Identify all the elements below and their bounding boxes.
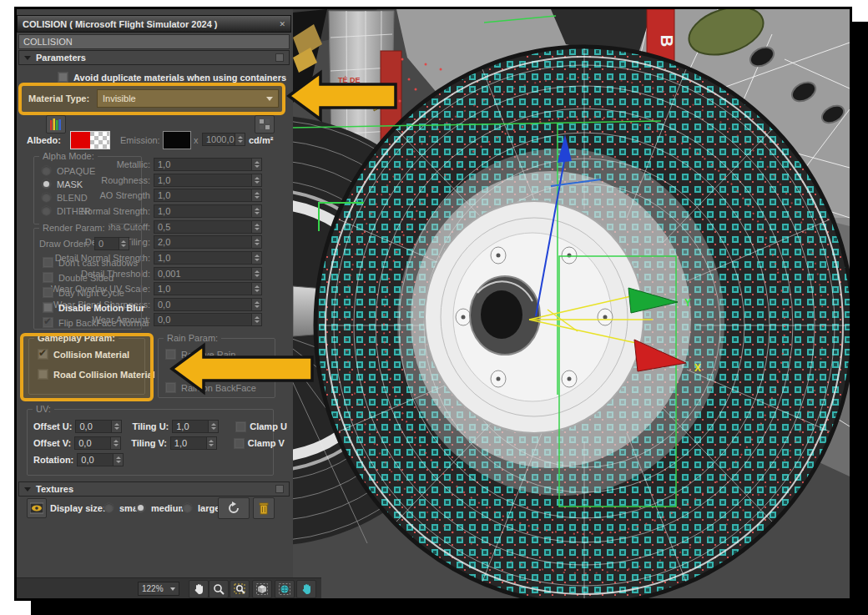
page: B TÉ DE QUAGE — [0, 0, 868, 615]
avoid-duplicate-row: Avoid duplicate materials when using con… — [58, 72, 286, 83]
strut-decal-text: TÉ DE — [338, 76, 361, 84]
clamp-v-checkbox[interactable] — [234, 438, 245, 449]
material-type-label: Material Type: — [28, 93, 89, 103]
display-small-radio[interactable] — [103, 502, 114, 513]
spinner-arrows-icon[interactable] — [251, 252, 261, 264]
rain-param-group: Rain Param: Receive Rain Rain on BackFac… — [158, 338, 275, 398]
display-large-radio[interactable] — [182, 502, 193, 513]
refresh-textures-button[interactable] — [218, 497, 250, 519]
param-row: Normal Strength:1,0 — [17, 204, 277, 218]
spinner-arrows-icon[interactable] — [110, 437, 120, 449]
dialog-titlebar[interactable]: COLISION ( Microsoft Flight Simulator 20… — [17, 15, 291, 33]
display-medium-radio[interactable] — [135, 502, 146, 513]
param-spinner[interactable]: 0,5 — [154, 220, 262, 234]
collision-material-checkbox[interactable] — [38, 349, 48, 360]
svg-text:Y: Y — [684, 297, 691, 309]
collapse-arrow-icon — [24, 56, 31, 60]
disable-motion-blur-checkbox[interactable] — [43, 302, 53, 313]
offset-v-spinner[interactable]: 0,0 — [74, 436, 121, 450]
spinner-arrows-icon[interactable] — [251, 189, 261, 201]
rotation-spinner[interactable]: 0,0 — [77, 453, 124, 466]
param-spinner[interactable]: 1,0 — [154, 251, 262, 265]
close-icon[interactable]: ✕ — [279, 20, 285, 28]
render-param-group: Render Param: Draw Order: 0 Don't cast s… — [33, 228, 142, 330]
main-tire — [315, 47, 850, 598]
spinner-arrows-icon[interactable] — [206, 437, 216, 449]
spinner-arrows-icon[interactable] — [119, 238, 129, 250]
chevron-down-icon — [266, 97, 273, 101]
spinner-arrows-icon[interactable] — [251, 299, 261, 310]
pan-hand-icon — [194, 583, 204, 595]
show-map-button[interactable] — [255, 115, 275, 134]
emission-unit: cd/m² — [249, 135, 273, 145]
zoom-region-button[interactable] — [230, 580, 250, 598]
spinner-arrows-icon[interactable] — [251, 159, 261, 170]
checker-grid-icon — [260, 119, 270, 129]
spinner-arrows-icon[interactable] — [251, 268, 261, 280]
spinner-arrows-icon[interactable] — [111, 421, 121, 432]
clamp-u-checkbox[interactable] — [235, 421, 246, 432]
param-spinner[interactable]: 1,0 — [154, 204, 262, 218]
spinner-arrows-icon[interactable] — [251, 221, 261, 233]
rollout-grip-icon — [275, 53, 284, 62]
dont-cast-shadows-checkbox[interactable] — [43, 257, 53, 268]
rollout-parameters[interactable]: Parameters — [18, 50, 290, 65]
spinner-arrows-icon[interactable] — [251, 174, 261, 186]
param-spinner[interactable]: 1,0 — [154, 158, 262, 171]
emission-label: Emission: — [120, 135, 160, 145]
flip-backface-normal-checkbox[interactable] — [43, 317, 53, 328]
texture-preview-button[interactable] — [27, 498, 47, 518]
delete-textures-button[interactable] — [253, 497, 275, 519]
rollout-textures[interactable]: Textures — [18, 481, 290, 497]
material-type-dropdown[interactable]: Invisible — [97, 89, 279, 108]
param-spinner[interactable]: 1,0 — [154, 189, 262, 202]
emission-multiply: x — [194, 135, 199, 145]
param-spinner[interactable]: 2,0 — [154, 235, 262, 249]
texture-eye-icon — [30, 502, 43, 515]
param-row: Roughness:1,0 — [17, 174, 277, 187]
spinner-arrows-icon[interactable] — [251, 236, 261, 248]
magnifier-icon — [213, 583, 225, 595]
tiling-u-spinner[interactable]: 1,0 — [172, 420, 219, 433]
material-name-input[interactable]: COLLISION — [18, 34, 290, 49]
orbit-view-button[interactable] — [275, 580, 295, 598]
draw-order-spinner[interactable]: 0 — [94, 237, 129, 250]
emission-color-swatch[interactable] — [163, 131, 191, 149]
double-sided-checkbox[interactable] — [43, 272, 53, 283]
day-night-cycle-checkbox[interactable] — [43, 287, 53, 298]
maximize-view-button[interactable] — [252, 580, 272, 598]
zoom-level-dropdown[interactable]: 122% — [138, 582, 179, 596]
road-collision-material-checkbox[interactable] — [38, 369, 48, 380]
param-spinner[interactable]: 0,0 — [154, 313, 262, 326]
walkthrough-button[interactable] — [296, 580, 316, 598]
offset-u-spinner[interactable]: 0,0 — [75, 420, 122, 433]
refresh-icon — [227, 502, 240, 515]
show-colors-button[interactable] — [46, 115, 66, 134]
spinner-arrows-icon[interactable] — [251, 283, 261, 295]
param-spinner[interactable]: 0,0 — [154, 298, 262, 311]
albedo-color-swatch[interactable] — [70, 131, 110, 149]
spinner-arrows-icon[interactable] — [251, 205, 261, 217]
spinner-arrows-icon[interactable] — [208, 421, 218, 432]
viewport-statusbar: 122% — [17, 577, 321, 598]
pan-tool-button[interactable] — [189, 580, 209, 598]
param-spinner[interactable]: 1,0 — [154, 174, 262, 187]
emission-value-spinner[interactable]: 1000,0 — [202, 133, 245, 146]
tiling-v-spinner[interactable]: 1,0 — [170, 436, 217, 450]
spinner-arrows-icon[interactable] — [235, 134, 245, 145]
param-spinner[interactable]: 0,001 — [154, 267, 262, 280]
svg-text:X: X — [694, 362, 701, 374]
receive-rain-checkbox[interactable] — [165, 349, 176, 360]
spinner-arrows-icon[interactable] — [258, 366, 268, 378]
param-spinner[interactable]: 1,0 — [154, 282, 262, 295]
zoom-tool-button[interactable] — [209, 580, 229, 598]
avoid-duplicate-checkbox[interactable] — [58, 72, 68, 83]
color-bars-icon — [50, 118, 62, 130]
wheel-rim — [425, 201, 643, 433]
rain-on-backface-checkbox[interactable] — [165, 382, 176, 393]
rain-spinner[interactable] — [239, 365, 269, 379]
spinner-arrows-icon[interactable] — [113, 454, 123, 466]
param-row: AO Strength1,0 — [17, 189, 277, 202]
screenshot-frame: B TÉ DE QUAGE — [14, 7, 852, 601]
spinner-arrows-icon[interactable] — [251, 314, 261, 325]
